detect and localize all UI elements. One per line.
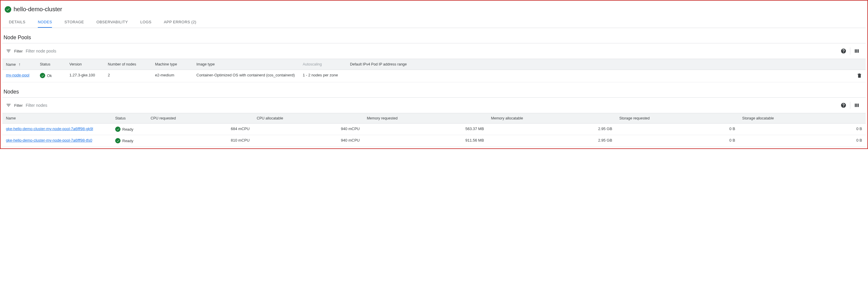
node-name-link[interactable]: gke-hello-demo-cluster-my-node-pool-7a6f… (6, 127, 93, 131)
tab-nodes[interactable]: NODES (38, 17, 52, 28)
col-image-type[interactable]: Image type (193, 59, 299, 70)
col-storage-allocatable[interactable]: Storage allocatable (739, 113, 866, 123)
col-name-label: Name (6, 63, 16, 67)
col-cpu-allocatable[interactable]: CPU allocatable (253, 113, 363, 123)
node-pools-header-row: Name ↑ Status Version Number of nodes Ma… (2, 59, 866, 70)
cluster-title: hello-demo-cluster (13, 6, 62, 13)
tab-logs[interactable]: LOGS (140, 17, 152, 28)
node-row: gke-hello-demo-cluster-my-node-pool-7a6f… (2, 135, 866, 147)
filter-icon (6, 48, 11, 54)
nodes-header-row: Name Status CPU requested CPU allocatabl… (2, 113, 866, 123)
node-cpu-req: 810 mCPU (147, 135, 253, 147)
node-cpu-req: 684 mCPU (147, 123, 253, 135)
col-autoscaling[interactable]: Autoscaling (299, 59, 346, 70)
nodes-toolbar: Filter (2, 97, 866, 113)
filter-label: Filter (14, 49, 23, 53)
tab-storage[interactable]: STORAGE (64, 17, 84, 28)
node-pools-toolbar: Filter (2, 43, 866, 59)
delete-node-pool-button[interactable] (857, 75, 862, 79)
node-mem-req: 563.37 MB (363, 123, 488, 135)
check-icon (115, 127, 121, 132)
node-pool-machine-type: e2-medium (152, 70, 193, 82)
sort-ascending-icon: ↑ (19, 62, 21, 67)
node-pool-pod-range (346, 70, 853, 82)
node-mem-alloc: 2.95 GB (488, 123, 616, 135)
node-stor-alloc: 0 B (739, 135, 866, 147)
filter-icon (6, 103, 11, 108)
node-pool-autoscaling: 1 - 2 nodes per zone (299, 70, 346, 82)
col-status[interactable]: Status (36, 59, 66, 70)
node-mem-req: 911.56 MB (363, 135, 488, 147)
columns-button[interactable] (851, 46, 862, 56)
nodes-toolbar-actions (838, 100, 862, 111)
col-num-nodes[interactable]: Number of nodes (104, 59, 152, 70)
node-pool-name-link[interactable]: my-node-pool (6, 73, 30, 77)
node-pools-table: Name ↑ Status Version Number of nodes Ma… (2, 59, 866, 82)
tab-observability[interactable]: OBSERVABILITY (96, 17, 128, 28)
node-pool-status: Ok (40, 73, 62, 78)
col-status[interactable]: Status (112, 113, 147, 123)
node-status: Ready (115, 127, 144, 132)
col-name[interactable]: Name ↑ (2, 59, 36, 70)
col-pod-range[interactable]: Default IPv4 Pod IP address range (346, 59, 853, 70)
node-stor-req: 0 B (616, 135, 739, 147)
help-button[interactable] (838, 46, 849, 56)
check-icon (115, 138, 121, 143)
nodes-filter-input[interactable] (26, 103, 85, 108)
nodes-filter: Filter (6, 103, 85, 108)
node-status-text: Ready (122, 139, 133, 143)
node-status-text: Ready (122, 127, 133, 132)
col-cpu-requested[interactable]: CPU requested (147, 113, 253, 123)
node-pools-filter-input[interactable] (26, 49, 85, 53)
col-version[interactable]: Version (66, 59, 104, 70)
node-stor-alloc: 0 B (739, 123, 866, 135)
check-icon (5, 6, 11, 13)
nodes-table: Name Status CPU requested CPU allocatabl… (2, 113, 866, 147)
tab-app-errors[interactable]: APP ERRORS (2) (164, 17, 196, 28)
node-pools-filter: Filter (6, 48, 85, 54)
node-cpu-alloc: 940 mCPU (253, 123, 363, 135)
node-pool-row: my-node-pool Ok 1.27.3-gke.100 2 e2-medi… (2, 70, 866, 82)
col-storage-requested[interactable]: Storage requested (616, 113, 739, 123)
node-pool-num-nodes: 2 (104, 70, 152, 82)
tabs-row: DETAILS NODES STORAGE OBSERVABILITY LOGS… (2, 14, 866, 28)
tab-details[interactable]: DETAILS (9, 17, 25, 28)
node-row: gke-hello-demo-cluster-my-node-pool-7a6f… (2, 123, 866, 135)
help-button[interactable] (838, 100, 849, 111)
node-pool-version: 1.27.3-gke.100 (66, 70, 104, 82)
columns-button[interactable] (851, 100, 862, 111)
col-memory-allocatable[interactable]: Memory allocatable (488, 113, 616, 123)
node-cpu-alloc: 940 mCPU (253, 135, 363, 147)
node-pools-heading: Node Pools (4, 35, 866, 41)
cluster-header: hello-demo-cluster (2, 4, 866, 14)
nodes-heading: Nodes (4, 89, 866, 95)
node-status: Ready (115, 138, 144, 143)
node-mem-alloc: 2.95 GB (488, 135, 616, 147)
node-pool-image-type: Container-Optimized OS with containerd (… (193, 70, 299, 82)
col-memory-requested[interactable]: Memory requested (363, 113, 488, 123)
node-pool-status-text: Ok (47, 73, 52, 78)
col-machine-type[interactable]: Machine type (152, 59, 193, 70)
node-stor-req: 0 B (616, 123, 739, 135)
filter-label: Filter (14, 103, 23, 108)
check-icon (40, 73, 45, 78)
col-actions (853, 59, 866, 70)
node-pools-toolbar-actions (838, 46, 862, 56)
node-name-link[interactable]: gke-hello-demo-cluster-my-node-pool-7a6f… (6, 138, 92, 142)
col-name[interactable]: Name (2, 113, 112, 123)
